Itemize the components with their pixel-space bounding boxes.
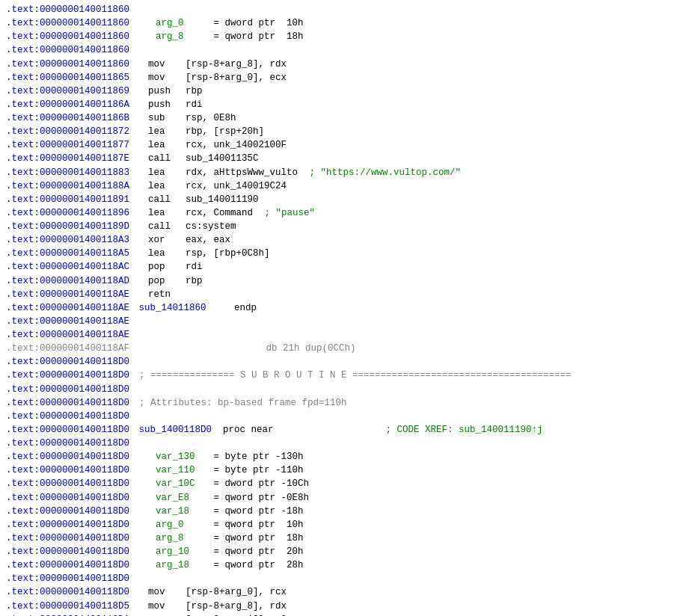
address: .text:0000000140011860 bbox=[6, 30, 133, 43]
address: .text:00000001400118D0 bbox=[6, 410, 133, 423]
var-label: arg_0 bbox=[133, 16, 208, 30]
code-line: .text:00000001400118D0 var_110 = byte pt… bbox=[6, 463, 683, 477]
operand: [rsp-8+arg_8], rdx bbox=[186, 600, 287, 613]
var-label: arg_10 bbox=[133, 545, 208, 558]
code-line: .text:0000000140011860 bbox=[6, 43, 683, 57]
assign-text: = qword ptr 10h bbox=[208, 518, 304, 532]
address: .text:00000001400118D0 bbox=[6, 505, 133, 518]
code-line: .text:0000000140011860 arg_8 = qword ptr… bbox=[6, 30, 683, 43]
var-label: var_18 bbox=[133, 505, 208, 518]
code-line: .text:00000001400118AF db 21h dup(0CCh) bbox=[6, 342, 683, 355]
mnemonic: push bbox=[133, 98, 186, 111]
address: .text:00000001400118AC bbox=[6, 260, 133, 274]
code-line: .text:00000001400118ADpoprbp bbox=[6, 274, 683, 288]
var-label: arg_18 bbox=[133, 558, 208, 572]
operand: rcx, Command bbox=[186, 206, 253, 220]
mnemonic: mov bbox=[133, 71, 186, 84]
mnemonic: db 21h dup(0CCh) bbox=[133, 342, 356, 355]
code-line: .text:00000001400118D0 bbox=[6, 572, 683, 585]
address: .text:0000000140011869 bbox=[6, 84, 133, 98]
code-line: .text:00000001400118D0 var_130 = byte pt… bbox=[6, 450, 683, 463]
address: .text:00000001400118D0 bbox=[6, 355, 133, 369]
address: .text:0000000140011891 bbox=[6, 193, 133, 206]
address: .text:00000001400118D0 bbox=[6, 450, 133, 463]
code-line: .text:00000001400118DAmov[rsp-8+arg_10],… bbox=[6, 613, 683, 616]
code-line: .text:00000001400118D0; =============== … bbox=[6, 369, 683, 382]
operand: rsp, 0E8h bbox=[186, 111, 236, 125]
code-lines: .text:0000000140011860.text:000000014001… bbox=[6, 3, 683, 616]
code-line: .text:00000001400118D0 var_18 = qword pt… bbox=[6, 505, 683, 518]
address: .text:00000001400118D0 bbox=[6, 383, 133, 396]
code-line: .text:00000001400118D0 arg_10 = qword pt… bbox=[6, 545, 683, 558]
comment: ; "https://www.vultop.com/" bbox=[304, 166, 461, 179]
operand: eax, eax bbox=[186, 233, 230, 247]
code-line: .text:000000014001189Dcallcs:system bbox=[6, 220, 683, 233]
assign-text: = qword ptr 18h bbox=[208, 30, 304, 43]
address: .text:00000001400118AE bbox=[6, 288, 133, 301]
assign-text: = qword ptr 20h bbox=[208, 545, 304, 558]
address: .text:000000014001188A bbox=[6, 179, 133, 193]
mnemonic: sub bbox=[133, 111, 186, 125]
code-line: .text:00000001400118D0 sub_1400118D0 pro… bbox=[6, 423, 683, 437]
operand: rdx, aHttpsWww_vulto bbox=[186, 166, 298, 179]
code-line: .text:0000000140011896learcx, Command ; … bbox=[6, 206, 683, 220]
code-line: .text:00000001400118AE bbox=[6, 328, 683, 342]
code-line: .text:00000001400118AE bbox=[6, 315, 683, 328]
code-line: .text:0000000140011877learcx, unk_140021… bbox=[6, 138, 683, 152]
mnemonic: push bbox=[133, 84, 186, 98]
address: .text:0000000140011860 bbox=[6, 43, 133, 57]
mnemonic: lea bbox=[133, 166, 186, 179]
assign-text: = byte ptr -110h bbox=[208, 463, 304, 477]
address: .text:00000001400118AE bbox=[6, 301, 133, 315]
address: .text:00000001400118AF bbox=[6, 342, 133, 355]
assign-text: = dword ptr 10h bbox=[208, 16, 304, 30]
address: .text:00000001400118D0 bbox=[6, 477, 133, 490]
code-line: .text:000000014001186Apushrdi bbox=[6, 98, 683, 111]
mnemonic: mov bbox=[133, 600, 186, 613]
mnemonic: lea bbox=[133, 206, 186, 220]
operand: sub_14001135C bbox=[186, 152, 259, 165]
mnemonic: call bbox=[133, 193, 186, 206]
operand: rdi bbox=[186, 260, 203, 274]
address: .text:000000014001186B bbox=[6, 111, 133, 125]
code-line: .text:000000014001188Alearcx, unk_140019… bbox=[6, 179, 683, 193]
code-line: .text:0000000140011860 bbox=[6, 3, 683, 16]
mnemonic: lea bbox=[133, 125, 186, 138]
mnemonic: pop bbox=[133, 274, 186, 288]
var-label: var_130 bbox=[133, 450, 208, 463]
operand: rbp, [rsp+20h] bbox=[186, 125, 264, 138]
operand: rsp, [rbp+0C8h] bbox=[186, 247, 270, 260]
code-line: .text:0000000140011891callsub_140011190 bbox=[6, 193, 683, 206]
code-line: .text:0000000140011883leardx, aHttpsWww_… bbox=[6, 166, 683, 179]
code-line: .text:0000000140011869pushrbp bbox=[6, 84, 683, 98]
code-line: .text:00000001400118D0 arg_0 = qword ptr… bbox=[6, 518, 683, 532]
code-line: .text:00000001400118D0 bbox=[6, 355, 683, 369]
operand: [rsp-8+arg_0], rcx bbox=[186, 585, 287, 599]
code-container: .text:0000000140011860.text:000000014001… bbox=[0, 0, 689, 616]
mnemonic: lea bbox=[133, 179, 186, 193]
operand: rbp bbox=[186, 84, 203, 98]
mnemonic: pop bbox=[133, 260, 186, 274]
address: .text:0000000140011860 bbox=[6, 58, 133, 71]
assign-text: = dword ptr -10Ch bbox=[208, 477, 309, 490]
address: .text:00000001400118A5 bbox=[6, 247, 133, 260]
address: .text:00000001400118D0 bbox=[6, 518, 133, 532]
code-line: .text:00000001400118A5learsp, [rbp+0C8h] bbox=[6, 247, 683, 260]
address: .text:00000001400118D0 bbox=[6, 463, 133, 477]
address: .text:00000001400118AE bbox=[6, 315, 133, 328]
code-line: .text:0000000140011860mov[rsp-8+arg_8], … bbox=[6, 58, 683, 71]
code-line: .text:0000000140011865mov[rsp-8+arg_0], … bbox=[6, 71, 683, 84]
code-line: .text:00000001400118D0 arg_18 = qword pt… bbox=[6, 558, 683, 572]
assign-text: = byte ptr -130h bbox=[208, 450, 304, 463]
mnemonic: lea bbox=[133, 247, 186, 260]
code-line: .text:00000001400118D0 bbox=[6, 410, 683, 423]
code-line: .text:00000001400118D0 bbox=[6, 437, 683, 450]
address: .text:0000000140011865 bbox=[6, 71, 133, 84]
sub-label: sub_1400118D0 bbox=[133, 423, 212, 437]
operand: rbp bbox=[186, 274, 203, 288]
code-line: .text:0000000140011872learbp, [rsp+20h] bbox=[6, 125, 683, 138]
address: .text:00000001400118D0 bbox=[6, 396, 133, 410]
subroutine-banner: ; =============== S U B R O U T I N E ==… bbox=[139, 369, 572, 382]
var-label: arg_8 bbox=[133, 30, 208, 43]
assign-text: = qword ptr 28h bbox=[208, 558, 304, 572]
